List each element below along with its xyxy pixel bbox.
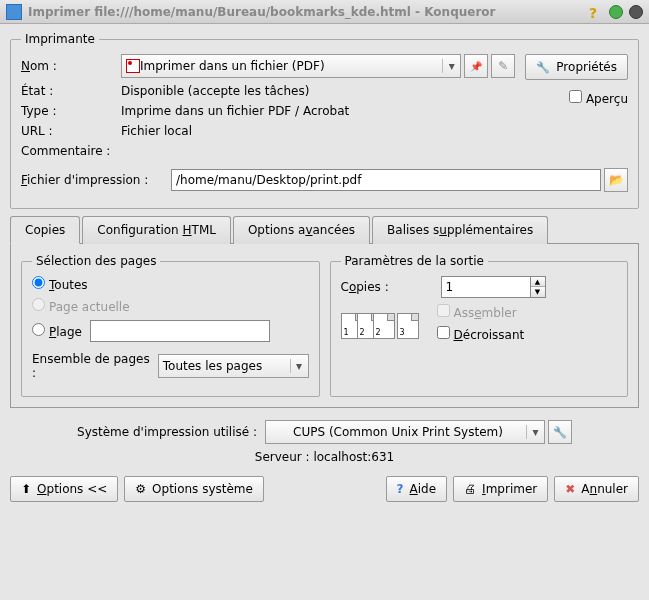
page-set-combo[interactable]: Toutes les pages ▾: [158, 354, 309, 378]
options-toggle-button[interactable]: ⬆Options <<: [10, 476, 118, 502]
app-icon: [6, 4, 22, 20]
folder-icon: [609, 173, 624, 187]
wrench-icon: [536, 60, 550, 74]
page-set-label: Ensemble de pages :: [32, 352, 150, 380]
pages-range-radio-label[interactable]: Plage: [32, 323, 82, 339]
pages-current-radio: [32, 298, 45, 311]
printer-name-combo[interactable]: Imprimer dans un fichier (PDF) ▾: [121, 54, 461, 78]
collate-preview: 1 2 2 3: [341, 313, 419, 339]
help-button[interactable]: ?Aide: [386, 476, 448, 502]
chevron-down-icon: ▾: [290, 359, 304, 373]
titlebar: Imprimer file:///home/manu/Bureau/bookma…: [0, 0, 649, 24]
close-button[interactable]: [629, 5, 643, 19]
tab-advanced[interactable]: Options avancées: [233, 216, 370, 244]
reverse-checkbox[interactable]: [437, 326, 450, 339]
arrow-up-icon: ⬆: [21, 482, 31, 496]
reverse-checkbox-label[interactable]: Décroissant: [437, 326, 525, 342]
cancel-icon: ✖: [565, 482, 575, 496]
preview-checkbox[interactable]: [569, 90, 582, 103]
state-value: Disponible (accepte les tâches): [121, 84, 515, 98]
output-params-group: Paramètres de la sortie Copies : ▲▼ 1 2 …: [330, 254, 629, 397]
chevron-down-icon: ▾: [526, 425, 540, 439]
output-params-legend: Paramètres de la sortie: [341, 254, 489, 268]
pages-all-radio-label[interactable]: Toutes: [32, 276, 88, 292]
system-options-button[interactable]: ⚙Options système: [124, 476, 264, 502]
gear-icon: ⚙: [135, 482, 146, 496]
chevron-down-icon: ▾: [442, 59, 456, 73]
name-label: N: [21, 59, 30, 73]
print-button[interactable]: 🖨Imprimer: [453, 476, 548, 502]
tab-container: Copies Configuration HTML Options avancé…: [10, 215, 639, 408]
pages-current-radio-label: Page actuelle: [32, 298, 130, 314]
page-selection-group: Sélection des pages Toutes Page actuelle…: [21, 254, 320, 397]
pin-icon: [470, 59, 482, 73]
comment-label: Commentaire :: [21, 144, 121, 158]
wrench-icon: [553, 425, 567, 439]
pages-range-input[interactable]: [90, 320, 270, 342]
output-file-input[interactable]: [171, 169, 601, 191]
copies-down[interactable]: ▼: [531, 287, 545, 297]
printer-icon: 🖨: [464, 482, 476, 496]
window-title: Imprimer file:///home/manu/Bureau/bookma…: [28, 5, 589, 19]
print-system-combo[interactable]: CUPS (Common Unix Print System) ▾: [265, 420, 545, 444]
copies-input[interactable]: [441, 276, 531, 298]
pages-range-radio[interactable]: [32, 323, 45, 336]
print-system-config-button[interactable]: [548, 420, 572, 444]
printer-name-value: Imprimer dans un fichier (PDF): [140, 59, 442, 73]
state-label: État :: [21, 84, 121, 98]
collate-checkbox: [437, 304, 450, 317]
copies-up[interactable]: ▲: [531, 277, 545, 287]
server-info: Serveur : localhost:631: [10, 450, 639, 464]
url-label: URL :: [21, 124, 121, 138]
printer-legend: Imprimante: [21, 32, 99, 46]
collate-checkbox-label: Assembler: [437, 304, 517, 320]
properties-button[interactable]: Propriétés: [525, 54, 628, 80]
pdf-icon: [126, 59, 140, 73]
pages-all-radio[interactable]: [32, 276, 45, 289]
preview-checkbox-label[interactable]: Aperçu: [569, 90, 628, 106]
tab-copies[interactable]: Copies: [10, 216, 80, 244]
type-value: Imprime dans un fichier PDF / Acrobat: [121, 104, 515, 118]
minimize-button[interactable]: [609, 5, 623, 19]
help-icon[interactable]: ?: [589, 5, 603, 19]
url-value: Fichier local: [121, 124, 515, 138]
filter-button[interactable]: [464, 54, 488, 78]
wand-icon: [498, 59, 508, 73]
cancel-button[interactable]: ✖Annuler: [554, 476, 639, 502]
tab-extra-tags[interactable]: Balises supplémentaires: [372, 216, 548, 244]
browse-file-button[interactable]: [604, 168, 628, 192]
printer-group: Imprimante Nom : Imprimer dans un fichie…: [10, 32, 639, 209]
page-selection-legend: Sélection des pages: [32, 254, 160, 268]
tab-html-config[interactable]: Configuration HTML: [82, 216, 231, 244]
wizard-button[interactable]: [491, 54, 515, 78]
type-label: Type :: [21, 104, 121, 118]
print-system-label: Système d'impression utilisé :: [77, 425, 257, 439]
help-icon: ?: [397, 482, 404, 496]
